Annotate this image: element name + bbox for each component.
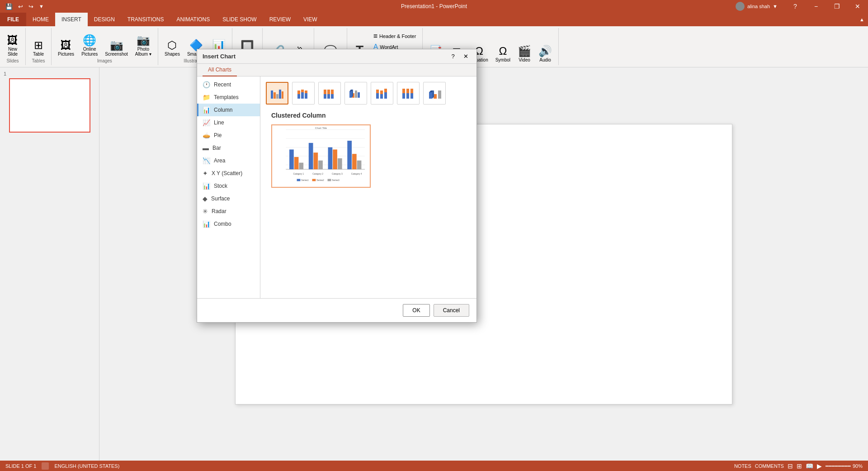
templates-icon: 📁 — [203, 94, 210, 101]
svg-rect-34 — [410, 89, 413, 93]
svg-rect-11 — [324, 94, 326, 99]
chart-category-radar[interactable]: ✳ Radar — [197, 205, 260, 218]
chart-subtype-clustered[interactable] — [266, 82, 288, 105]
symbol-button[interactable]: Ω Symbol — [493, 45, 513, 63]
svg-rect-48 — [294, 157, 299, 169]
title-bar: 💾 ↩ ↪ ▼ Presentation1 - PowerPoint alina… — [0, 0, 868, 13]
header-footer-button[interactable]: ≡ Header & Footer — [371, 31, 419, 41]
help-button[interactable]: ? — [785, 0, 806, 13]
restore-button[interactable]: ❐ — [826, 0, 847, 13]
save-icon[interactable]: 💾 — [4, 2, 14, 11]
tab-transitions[interactable]: TRANSITIONS — [121, 13, 170, 26]
undo-icon[interactable]: ↩ — [16, 2, 25, 11]
chart-category-area[interactable]: 📉 Area — [197, 154, 260, 167]
cancel-button[interactable]: Cancel — [434, 304, 469, 317]
shapes-button[interactable]: ⬡ Shapes — [162, 39, 183, 57]
chart-subtype-3d-clustered[interactable] — [344, 82, 367, 105]
chart-subtype-stacked[interactable] — [292, 82, 315, 105]
redo-icon[interactable]: ↪ — [27, 2, 35, 11]
reading-view-icon[interactable]: 📖 — [806, 462, 813, 470]
chart-category-templates[interactable]: 📁 Templates — [197, 91, 260, 104]
svg-text:Series3: Series3 — [332, 179, 340, 181]
chart-subtype-3d-column[interactable] — [423, 82, 446, 105]
dialog-help-button[interactable]: ? — [448, 51, 458, 62]
chart-preview-box: Chart Title — [271, 124, 371, 188]
close-button[interactable]: ✕ — [847, 0, 868, 13]
table-button[interactable]: ⊞ Table — [29, 39, 47, 57]
chart-category-recent[interactable]: 🕐 Recent — [197, 78, 260, 91]
tab-animations[interactable]: ANIMATIONS — [170, 13, 216, 26]
combo-chart-icon: 📊 — [203, 220, 210, 228]
chart-type-icons — [266, 82, 471, 105]
svg-rect-49 — [299, 163, 303, 170]
new-slide-button[interactable]: 🖼 NewSlide — [4, 34, 22, 57]
svg-rect-6 — [297, 90, 300, 94]
chart-category-bar[interactable]: ▬ Bar — [197, 142, 260, 154]
table-icon: ⊞ — [34, 40, 43, 51]
svg-rect-56 — [347, 141, 352, 169]
screenshot-button[interactable]: 📷 Screenshot — [102, 39, 131, 57]
minimize-button[interactable]: − — [806, 0, 826, 13]
symbol-icon: Ω — [499, 46, 507, 57]
zoom-slider[interactable]: ━━━━━━━━ 90% — [826, 463, 863, 469]
video-button[interactable]: 🎬 Video — [515, 45, 534, 63]
pictures-button[interactable]: 🖼 Pictures — [55, 39, 77, 57]
tab-view[interactable]: VIEW — [297, 13, 324, 26]
tables-group-label: Tables — [32, 58, 45, 63]
bar-chart-icon: ▬ — [203, 144, 209, 152]
pie-chart-icon: 🥧 — [203, 132, 210, 139]
notes-button[interactable]: NOTES — [734, 463, 751, 469]
chart-category-stock[interactable]: 📊 Stock — [197, 180, 260, 192]
recent-icon: 🕐 — [203, 81, 210, 88]
dialog-close-button[interactable]: ✕ — [460, 51, 471, 62]
tab-file[interactable]: FILE — [0, 13, 26, 26]
svg-rect-33 — [410, 93, 413, 99]
chart-category-column[interactable]: 📊 Column — [197, 104, 260, 116]
tab-home[interactable]: HOME — [26, 13, 55, 26]
ribbon-group-slides: 🖼 NewSlide Slides — [0, 28, 26, 65]
chart-subtype-stacked100[interactable] — [318, 82, 341, 105]
tab-insert[interactable]: INSERT — [55, 13, 88, 26]
svg-rect-51 — [313, 152, 318, 169]
tab-slideshow[interactable]: SLIDE SHOW — [216, 13, 263, 26]
chart-preview-area: Clustered Column Chart Title — [266, 112, 471, 188]
screenshot-icon: 📷 — [110, 40, 123, 51]
svg-text:Category 4: Category 4 — [351, 173, 362, 175]
chart-category-line[interactable]: 📈 Line — [197, 116, 260, 129]
svg-rect-31 — [406, 93, 409, 99]
audio-button[interactable]: 🔊 Audio — [536, 45, 555, 63]
chart-category-list: 🕐 Recent 📁 Templates 📊 Column 📈 Line 🥧 P… — [197, 76, 260, 298]
online-pictures-button[interactable]: 🌐 OnlinePictures — [79, 34, 100, 57]
slideshow-icon[interactable]: ▶ — [817, 462, 822, 470]
slide-thumbnail[interactable] — [9, 78, 90, 133]
tab-design[interactable]: DESIGN — [88, 13, 121, 26]
svg-rect-53 — [328, 147, 333, 170]
chart-subtype-3d-stacked100[interactable] — [397, 82, 420, 105]
xy-scatter-icon: ✦ — [203, 170, 208, 177]
svg-rect-36 — [434, 94, 437, 99]
images-group-label: Images — [97, 58, 112, 63]
comments-button[interactable]: COMMENTS — [755, 463, 784, 469]
tab-review[interactable]: REVIEW — [263, 13, 297, 26]
chart-category-combo[interactable]: 📊 Combo — [197, 218, 260, 230]
user-avatar[interactable] — [736, 2, 745, 11]
normal-view-icon[interactable]: ⊟ — [788, 462, 793, 470]
stock-chart-icon: 📊 — [203, 182, 210, 190]
new-slide-icon: 🖼 — [7, 35, 18, 46]
chart-subtype-3d-stacked[interactable] — [371, 82, 393, 105]
chart-category-pie[interactable]: 🥧 Pie — [197, 129, 260, 142]
photo-album-button[interactable]: 📷 PhotoAlbum ▾ — [132, 34, 154, 57]
window-title: Presentation1 - PowerPoint — [401, 3, 467, 10]
quick-access-toolbar: 💾 ↩ ↪ ▼ — [0, 0, 49, 13]
slide-sorter-icon[interactable]: ⊞ — [797, 462, 802, 470]
svg-rect-19 — [355, 90, 357, 98]
status-bar: SLIDE 1 OF 1 ENGLISH (UNITED STATES) NOT… — [0, 461, 868, 471]
customize-qat-icon[interactable]: ▼ — [37, 3, 46, 10]
dialog-tab-all-charts[interactable]: All Charts — [203, 64, 237, 76]
svg-rect-52 — [318, 161, 323, 169]
user-dropdown-icon[interactable]: ▼ — [773, 4, 778, 9]
ok-button[interactable]: OK — [403, 304, 429, 317]
chart-category-surface[interactable]: ◆ Surface — [197, 192, 260, 205]
chart-category-xy-scatter[interactable]: ✦ X Y (Scatter) — [197, 167, 260, 180]
collapse-ribbon-btn[interactable]: ▲ — [856, 13, 868, 26]
